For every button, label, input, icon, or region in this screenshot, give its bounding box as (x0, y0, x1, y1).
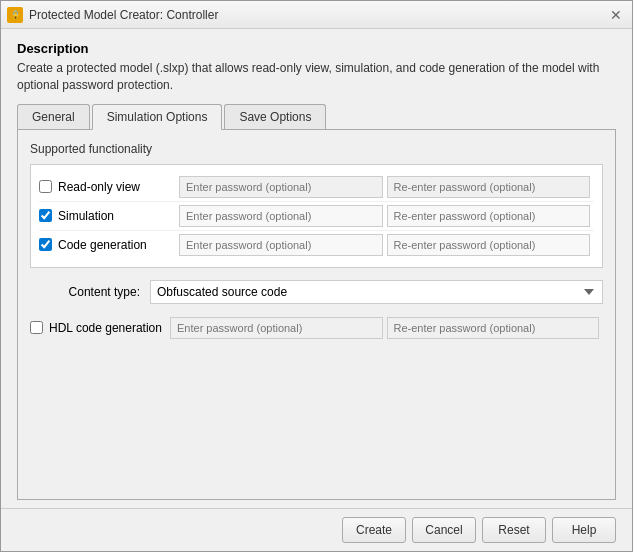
hdl-checkbox[interactable] (30, 321, 43, 334)
bottom-bar: Create Cancel Reset Help (1, 508, 632, 551)
main-window: 🔒 Protected Model Creator: Controller ✕ … (0, 0, 633, 552)
code-generation-password[interactable] (179, 234, 383, 256)
simulation-reenter[interactable] (387, 205, 591, 227)
simulation-checkbox[interactable] (39, 209, 52, 222)
help-button[interactable]: Help (552, 517, 616, 543)
section-title: Supported functionality (30, 142, 603, 156)
hdl-label[interactable]: HDL code generation (30, 321, 170, 335)
tab-general[interactable]: General (17, 104, 90, 129)
tab-panel: Supported functionality Read-only view (17, 130, 616, 500)
tab-simulation-options[interactable]: Simulation Options (92, 104, 223, 130)
code-generation-row: Code generation (39, 231, 594, 259)
code-generation-checkbox[interactable] (39, 238, 52, 251)
code-generation-reenter[interactable] (387, 234, 591, 256)
window-icon: 🔒 (7, 7, 23, 23)
close-button[interactable]: ✕ (606, 5, 626, 25)
hdl-password[interactable] (170, 317, 383, 339)
hdl-reenter[interactable] (387, 317, 600, 339)
simulation-row: Simulation (39, 202, 594, 231)
code-generation-label[interactable]: Code generation (39, 238, 179, 252)
hdl-row: HDL code generation (30, 314, 603, 342)
content-area: Description Create a protected model (.s… (1, 29, 632, 508)
simulation-label[interactable]: Simulation (39, 209, 179, 223)
description-heading: Description (17, 41, 616, 56)
read-only-label[interactable]: Read-only view (39, 180, 179, 194)
read-only-row: Read-only view (39, 173, 594, 202)
tab-save-options[interactable]: Save Options (224, 104, 326, 129)
functionality-box: Read-only view Simulation (30, 164, 603, 268)
description-text: Create a protected model (.slxp) that al… (17, 60, 616, 94)
read-only-checkbox[interactable] (39, 180, 52, 193)
reset-button[interactable]: Reset (482, 517, 546, 543)
simulation-password[interactable] (179, 205, 383, 227)
read-only-password[interactable] (179, 176, 383, 198)
tabs-container: General Simulation Options Save Options (17, 104, 616, 130)
read-only-reenter[interactable] (387, 176, 591, 198)
description-section: Description Create a protected model (.s… (17, 41, 616, 94)
create-button[interactable]: Create (342, 517, 406, 543)
content-type-select[interactable]: Obfuscated source code Compiled simulati… (150, 280, 603, 304)
title-bar: 🔒 Protected Model Creator: Controller ✕ (1, 1, 632, 29)
content-type-row: Content type: Obfuscated source code Com… (30, 280, 603, 304)
window-title: Protected Model Creator: Controller (29, 8, 606, 22)
content-type-label: Content type: (50, 285, 140, 299)
cancel-button[interactable]: Cancel (412, 517, 476, 543)
